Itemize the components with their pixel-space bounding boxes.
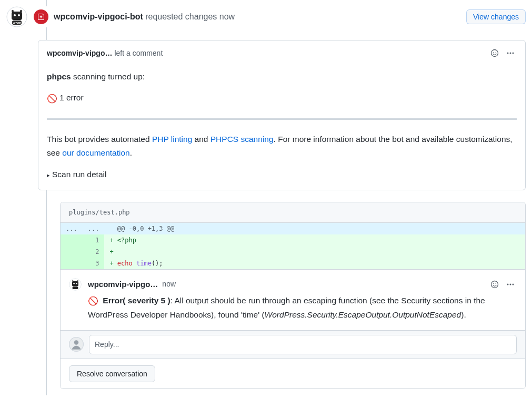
code-review-box: plugins/test.php ... ... @@ -0,0 +1,3 @@… <box>60 202 526 389</box>
svg-point-8 <box>491 50 498 57</box>
comment-text: 🚫 Error( severity 5 ): All output should… <box>88 294 517 322</box>
gutter-new: 3 <box>83 258 105 269</box>
left-comment-label: left a comment <box>114 48 163 59</box>
hunk-header-text: @@ -0,0 +1,3 @@ <box>104 223 525 234</box>
svg-point-10 <box>496 52 496 53</box>
phpcs-label: phpcs <box>47 72 71 81</box>
gutter-ellipsis-right: ... <box>83 223 105 234</box>
avatar[interactable]: W VIP <box>6 6 27 27</box>
code-cell: + echo time(); <box>104 258 525 269</box>
svg-point-19 <box>72 280 73 281</box>
review-header: W VIP wpcomvip-vipgoci-bot requested cha… <box>6 6 526 27</box>
documentation-link[interactable]: our documentation <box>62 148 129 157</box>
svg-point-9 <box>493 52 494 53</box>
code-cell: + <?php <box>104 234 525 246</box>
commenter-name[interactable]: wpcomvip-vipgo… <box>47 48 112 59</box>
commenter-name[interactable]: wpcomvip-vipgo… <box>88 279 158 291</box>
scan-run-detail-label: Scan run detail <box>52 170 106 179</box>
gutter-new: 1 <box>83 234 105 246</box>
gutter-old <box>61 234 83 246</box>
svg-rect-15 <box>72 281 78 287</box>
svg-rect-18 <box>73 287 78 289</box>
svg-point-20 <box>77 280 78 281</box>
review-header-text: wpcomvip-vipgoci-bot requested changes n… <box>54 11 461 23</box>
svg-point-17 <box>76 283 77 284</box>
avatar[interactable] <box>69 278 82 291</box>
code-cell: + <box>104 246 525 258</box>
review-comment-box: wpcomvip-vipgo… left a comment phpcs sca… <box>38 40 526 190</box>
svg-point-11 <box>507 53 509 54</box>
author-name[interactable]: wpcomvip-vipgoci-bot <box>54 12 143 21</box>
error-label: Error( severity 5 ) <box>103 296 170 305</box>
file-path[interactable]: plugins/test.php <box>61 202 525 223</box>
review-body: phpcs scanning turned up: 🚫1 error This … <box>38 66 525 190</box>
error-tail: ). <box>461 310 466 319</box>
svg-point-3 <box>18 14 20 16</box>
phpcs-scanning-link[interactable]: PHPCS scanning <box>210 135 274 144</box>
gutter-old <box>61 246 83 258</box>
no-entry-icon: 🚫 <box>88 296 98 305</box>
resolve-conversation-button[interactable]: Resolve conversation <box>69 365 155 382</box>
svg-text:W VIP: W VIP <box>13 22 21 25</box>
error-rule: WordPress.Security.EscapeOutput.OutputNo… <box>265 310 461 319</box>
scan-run-detail-toggle[interactable]: ▸Scan run detail <box>47 168 517 181</box>
avatar[interactable] <box>69 337 84 352</box>
svg-point-25 <box>510 283 511 285</box>
gutter-old <box>61 258 83 269</box>
diff-row: 3+ echo time(); <box>61 258 525 269</box>
view-changes-button[interactable]: View changes <box>466 9 526 24</box>
inline-comment: wpcomvip-vipgo… now 🚫 <box>61 269 525 330</box>
diff-table: ... ... @@ -0,0 +1,3 @@ 1+ <?php 2+ 3+ e… <box>61 223 525 269</box>
reply-input[interactable]: Reply... <box>89 335 517 354</box>
chevron-right-icon: ▸ <box>47 172 50 178</box>
diff-row: 2+ <box>61 246 525 258</box>
svg-point-7 <box>20 10 22 12</box>
svg-point-24 <box>507 283 509 285</box>
scan-result-suffix: scanning turned up: <box>71 72 145 81</box>
svg-point-22 <box>493 283 494 284</box>
svg-point-12 <box>510 53 511 54</box>
svg-point-13 <box>513 53 514 54</box>
svg-point-28 <box>74 340 78 344</box>
svg-point-21 <box>491 281 498 288</box>
bot-desc-prefix: This bot provides automated <box>47 135 152 144</box>
svg-point-26 <box>513 283 514 285</box>
kebab-icon[interactable] <box>504 278 517 291</box>
emoji-icon[interactable] <box>488 47 501 59</box>
php-linting-link[interactable]: PHP linting <box>152 135 192 144</box>
separator <box>47 118 517 120</box>
kebab-icon[interactable] <box>504 47 517 59</box>
bot-desc-postdoc: . <box>130 148 132 157</box>
comment-time: now <box>162 279 176 290</box>
changes-requested-icon <box>34 9 48 24</box>
review-action: requested changes now <box>145 12 235 21</box>
no-entry-icon: 🚫 <box>47 94 57 103</box>
svg-point-16 <box>73 283 74 284</box>
comment-footer: Resolve conversation <box>61 359 525 388</box>
error-count: 1 error <box>59 93 84 102</box>
diff-row: 1+ <?php <box>61 234 525 246</box>
svg-rect-1 <box>12 12 22 20</box>
svg-point-6 <box>12 10 14 12</box>
bot-desc-and: and <box>192 135 210 144</box>
gutter-ellipsis-left: ... <box>61 223 83 234</box>
emoji-icon[interactable] <box>488 278 501 291</box>
svg-point-2 <box>14 14 16 16</box>
hunk-header-row: ... ... @@ -0,0 +1,3 @@ <box>61 223 525 234</box>
gutter-new: 2 <box>83 246 105 258</box>
svg-point-23 <box>496 283 496 284</box>
reply-block: Reply... <box>61 330 525 359</box>
